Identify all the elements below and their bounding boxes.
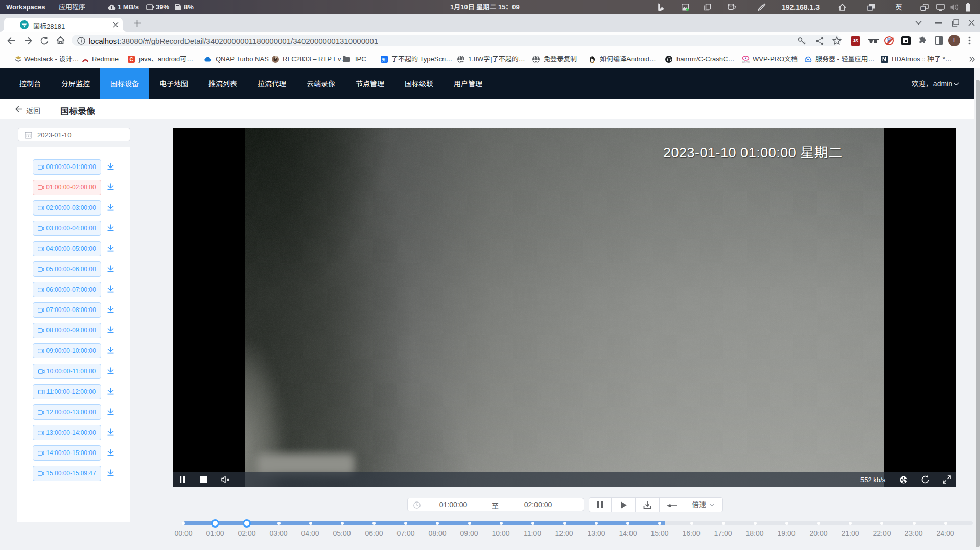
svg-text:知: 知 — [382, 56, 386, 63]
svg-text:C: C — [129, 57, 133, 62]
svg-text:WVP-PRO: WVP-PRO — [742, 61, 750, 63]
